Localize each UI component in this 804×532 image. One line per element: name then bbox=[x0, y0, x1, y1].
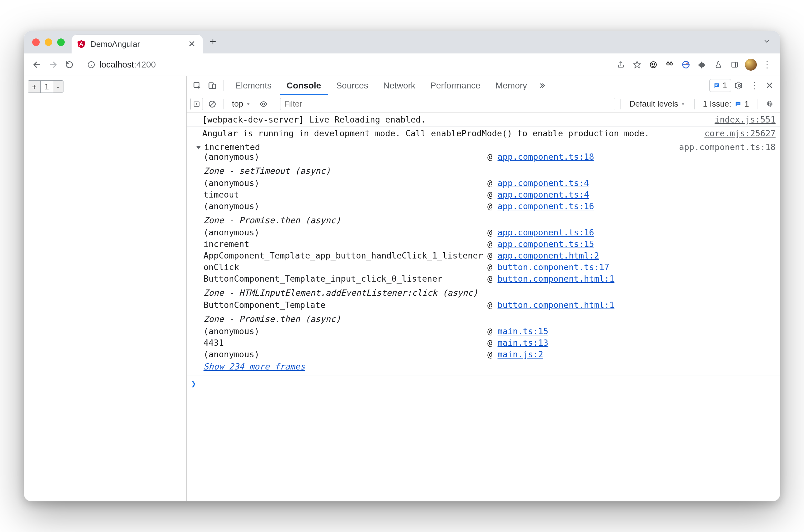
log-row[interactable]: Angular is running in development mode. … bbox=[187, 127, 780, 140]
profile-avatar[interactable] bbox=[744, 58, 758, 71]
source-link[interactable]: app.component.ts:18 bbox=[498, 152, 594, 162]
console-input[interactable] bbox=[200, 379, 776, 389]
source-link[interactable]: app.component.ts:4 bbox=[498, 190, 589, 200]
svg-rect-29 bbox=[736, 103, 739, 103]
svg-point-27 bbox=[263, 103, 265, 105]
log-row[interactable]: [webpack-dev-server] Live Reloading enab… bbox=[187, 113, 780, 127]
stack-frame-async: Zone - HTMLInputElement.addEventListener… bbox=[204, 285, 776, 298]
extensions-button[interactable] bbox=[695, 58, 709, 71]
labs-button[interactable] bbox=[712, 58, 725, 71]
extension-3-icon[interactable] bbox=[679, 58, 692, 71]
address-bar[interactable]: localhost:4200 bbox=[82, 57, 609, 73]
stack-frame-async: Zone - Promise.then (async) bbox=[204, 213, 776, 226]
extension-1-icon[interactable] bbox=[647, 58, 660, 71]
tab-memory[interactable]: Memory bbox=[489, 76, 534, 95]
console-filter-input[interactable] bbox=[280, 98, 615, 110]
nav-reload-button[interactable] bbox=[63, 58, 76, 71]
svg-rect-23 bbox=[194, 101, 199, 106]
console-prompt[interactable]: ❯ bbox=[187, 375, 780, 392]
console-trace[interactable]: incremented app.component.ts:18 (anonymo… bbox=[187, 140, 780, 375]
stack-frame-fn: increment bbox=[204, 239, 483, 249]
source-link[interactable]: button.component.html:1 bbox=[498, 274, 615, 284]
tab-network[interactable]: Network bbox=[376, 76, 422, 95]
bookmark-star-button[interactable] bbox=[631, 58, 644, 71]
devtools-menu-button[interactable]: ⋮ bbox=[747, 79, 761, 93]
stack-frame-location: @ app.component.ts:4 bbox=[487, 190, 776, 200]
svg-point-31 bbox=[768, 103, 770, 105]
site-info-icon[interactable] bbox=[88, 61, 95, 69]
source-link[interactable]: app.component.ts:4 bbox=[498, 178, 589, 188]
tab-strip: DemoAngular ✕ ＋ bbox=[24, 31, 780, 54]
inspect-element-button[interactable] bbox=[190, 79, 204, 93]
stack-frame-fn: (anonymous) bbox=[204, 178, 483, 188]
clear-console-button[interactable] bbox=[206, 98, 218, 110]
tab-close-icon[interactable]: ✕ bbox=[186, 38, 197, 50]
svg-rect-21 bbox=[715, 86, 717, 86]
stack-frame-location: @ button.component.html:1 bbox=[487, 274, 776, 284]
show-more-frames-link[interactable]: Show 234 more frames bbox=[196, 359, 305, 372]
nav-forward-button[interactable] bbox=[46, 58, 60, 71]
tab-title: DemoAngular bbox=[90, 39, 182, 49]
svg-marker-28 bbox=[682, 103, 684, 105]
console-sidebar-toggle[interactable] bbox=[190, 98, 203, 110]
window-minimize-button[interactable] bbox=[45, 38, 52, 46]
tab-sources[interactable]: Sources bbox=[329, 76, 375, 95]
svg-point-12 bbox=[667, 62, 669, 65]
console-messages-pill[interactable]: 1 bbox=[709, 79, 731, 92]
source-link[interactable]: app.component.html:2 bbox=[498, 251, 599, 260]
context-selector[interactable]: top bbox=[229, 98, 254, 110]
issues-indicator[interactable]: 1 Issue: 1 bbox=[700, 98, 752, 110]
share-button[interactable] bbox=[614, 58, 627, 71]
increment-button[interactable]: + bbox=[28, 81, 40, 93]
stack-frame-location: @ app.component.ts:18 bbox=[487, 152, 776, 162]
stack-frame-location: @ main.ts:15 bbox=[487, 326, 776, 336]
stack-frame-fn: 4431 bbox=[204, 338, 483, 347]
prompt-chevron-icon: ❯ bbox=[191, 379, 196, 389]
stack-frame-location: @ app.component.ts:15 bbox=[487, 239, 776, 249]
device-toolbar-button[interactable] bbox=[205, 79, 219, 93]
window-zoom-button[interactable] bbox=[57, 38, 65, 46]
log-source-link[interactable]: index.js:551 bbox=[714, 115, 776, 125]
browser-toolbar: localhost:4200 bbox=[24, 54, 780, 76]
more-tabs-button[interactable] bbox=[535, 79, 549, 93]
svg-marker-8 bbox=[634, 61, 640, 68]
log-source-link[interactable]: core.mjs:25627 bbox=[704, 129, 776, 138]
side-panel-button[interactable] bbox=[728, 58, 741, 71]
trace-source-link[interactable]: app.component.ts:18 bbox=[679, 142, 776, 152]
console-output[interactable]: [webpack-dev-server] Live Reloading enab… bbox=[187, 113, 780, 501]
log-levels-selector[interactable]: Default levels bbox=[626, 98, 689, 110]
tab-elements[interactable]: Elements bbox=[228, 76, 279, 95]
message-icon bbox=[713, 82, 720, 89]
source-link[interactable]: main.ts:13 bbox=[498, 338, 549, 347]
toolbar-right: ⋮ bbox=[614, 58, 774, 71]
window-close-button[interactable] bbox=[32, 38, 40, 46]
stack-frame-fn: timeout bbox=[204, 190, 483, 200]
source-link[interactable]: app.component.ts:16 bbox=[498, 228, 594, 237]
tab-console[interactable]: Console bbox=[280, 76, 328, 95]
chrome-menu-button[interactable]: ⋮ bbox=[761, 58, 774, 71]
tab-performance[interactable]: Performance bbox=[424, 76, 487, 95]
disclosure-triangle-icon[interactable] bbox=[196, 146, 201, 149]
source-link[interactable]: button.component.ts:17 bbox=[498, 262, 610, 272]
console-settings-button[interactable] bbox=[762, 97, 776, 111]
devtools-settings-button[interactable] bbox=[732, 79, 746, 93]
source-link[interactable]: main.ts:15 bbox=[498, 326, 549, 336]
source-link[interactable]: main.js:2 bbox=[498, 349, 543, 359]
live-expression-button[interactable] bbox=[257, 98, 270, 110]
stack-frame-location: @ button.component.ts:17 bbox=[487, 262, 776, 272]
new-tab-button[interactable]: ＋ bbox=[205, 34, 221, 49]
angular-favicon-icon bbox=[77, 39, 86, 49]
source-link[interactable]: button.component.html:1 bbox=[498, 300, 615, 310]
devtools-close-button[interactable]: ✕ bbox=[762, 79, 776, 93]
svg-rect-19 bbox=[213, 84, 215, 89]
console-toolbar: top Default levels 1 Issue: bbox=[187, 95, 780, 113]
svg-point-22 bbox=[738, 84, 741, 87]
decrement-button[interactable]: - bbox=[53, 81, 63, 93]
nav-back-button[interactable] bbox=[30, 58, 43, 71]
browser-tab[interactable]: DemoAngular ✕ bbox=[72, 35, 203, 54]
extension-2-icon[interactable] bbox=[663, 58, 676, 71]
counter-widget: + 1 - bbox=[28, 80, 63, 93]
source-link[interactable]: app.component.ts:15 bbox=[498, 239, 594, 249]
source-link[interactable]: app.component.ts:16 bbox=[498, 201, 594, 211]
tab-search-button[interactable] bbox=[761, 35, 773, 48]
